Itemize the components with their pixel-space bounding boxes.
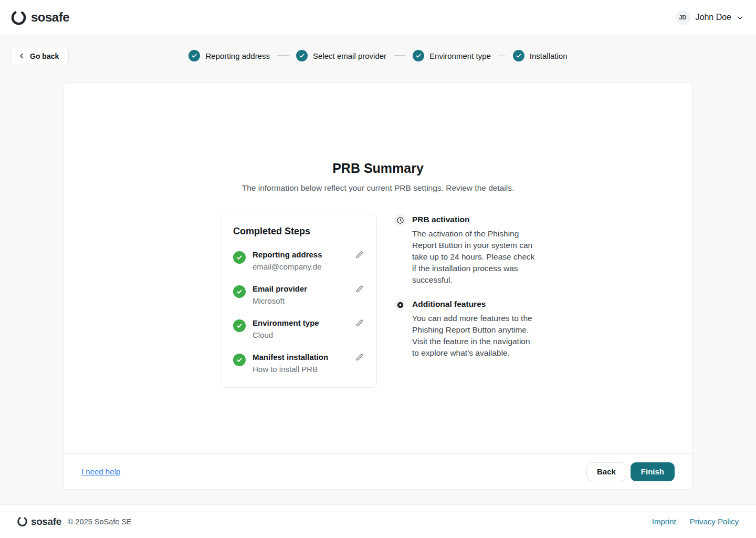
info-column: PRB activation The activation of the Phi… (394, 214, 536, 388)
completed-step-value: How to install PRB (253, 365, 348, 374)
step-select-email-provider[interactable]: Select email provider (296, 50, 386, 61)
edit-pencil-icon[interactable] (354, 353, 364, 363)
completed-step-value: email@company.de (253, 262, 348, 271)
footer-brand-name: sosafe (31, 516, 61, 527)
completed-step-label: Reporting address (253, 250, 348, 259)
step-connector (394, 55, 405, 56)
sosafe-logo-icon (10, 9, 27, 26)
step-installation[interactable]: Installation (513, 50, 568, 61)
summary-card: PRB Summary The information below reflec… (63, 82, 693, 490)
copyright: © 2025 SoSafe SE (68, 518, 132, 526)
step-check-icon (413, 50, 424, 61)
avatar: JD (676, 10, 690, 25)
completed-steps-card: Completed Steps Reporting address email@… (220, 214, 377, 388)
completed-step-row: Environment type Cloud (233, 318, 364, 339)
brand-name: sosafe (31, 10, 69, 25)
info-text: The activation of the Phishing Report Bu… (412, 228, 537, 286)
info-item-additional-features: Additional features You can add more fea… (394, 299, 536, 359)
user-name: John Doe (696, 13, 732, 22)
back-button[interactable]: Back (586, 462, 626, 481)
subnav: Go back Reporting address Select email p… (0, 35, 756, 76)
step-label: Installation (530, 51, 568, 60)
completed-step-row: Reporting address email@company.de (233, 250, 364, 271)
green-check-icon (233, 251, 246, 264)
green-check-icon (233, 285, 246, 298)
step-connector (277, 55, 289, 56)
completed-step-value: Microsoft (253, 296, 348, 305)
step-reporting-address[interactable]: Reporting address (188, 50, 270, 61)
info-text: You can add more features to the Phishin… (412, 313, 537, 359)
completed-step-row: Manifest installation How to install PRB (233, 353, 364, 374)
completed-step-label: Manifest installation (253, 353, 348, 361)
edit-pencil-icon[interactable] (354, 251, 364, 260)
step-check-icon (513, 50, 524, 61)
step-label: Select email provider (313, 51, 386, 60)
green-check-icon (233, 319, 246, 332)
clock-icon (394, 214, 406, 226)
chevron-down-icon (737, 14, 743, 21)
edit-pencil-icon[interactable] (354, 319, 364, 328)
wizard-stepper: Reporting address Select email provider … (0, 35, 756, 76)
help-link[interactable]: I need help (81, 467, 120, 476)
edit-pencil-icon[interactable] (354, 285, 364, 294)
completed-steps-title: Completed Steps (233, 226, 364, 237)
info-title: PRB activation (412, 215, 537, 224)
page-subtitle: The information below reflect your curre… (64, 183, 692, 193)
sosafe-logo[interactable]: sosafe (10, 9, 69, 26)
step-check-icon (188, 50, 200, 61)
green-check-icon (233, 354, 246, 366)
info-title: Additional features (412, 299, 537, 309)
app-header: sosafe JD John Doe (0, 0, 756, 35)
sosafe-logo-icon (17, 516, 28, 527)
completed-step-row: Email provider Microsoft (233, 284, 364, 305)
imprint-link[interactable]: Imprint (652, 517, 676, 526)
footer-sosafe-logo: sosafe (17, 516, 61, 527)
completed-step-label: Email provider (253, 284, 348, 293)
step-label: Reporting address (205, 51, 270, 60)
step-label: Environment type (429, 51, 491, 60)
user-menu[interactable]: JD John Doe (676, 10, 744, 25)
finish-button[interactable]: Finish (631, 462, 675, 481)
privacy-policy-link[interactable]: Privacy Policy (690, 517, 739, 526)
completed-step-label: Environment type (253, 318, 348, 327)
step-check-icon (296, 50, 308, 61)
card-footer: I need help Back Finish (64, 453, 692, 489)
step-environment-type[interactable]: Environment type (413, 50, 491, 61)
page-title: PRB Summary (64, 161, 692, 176)
info-item-prb-activation: PRB activation The activation of the Phi… (394, 215, 536, 286)
completed-step-value: Cloud (253, 330, 348, 339)
target-icon (394, 299, 406, 311)
step-connector (498, 55, 506, 56)
page-footer: sosafe © 2025 SoSafe SE Imprint Privacy … (0, 504, 756, 538)
